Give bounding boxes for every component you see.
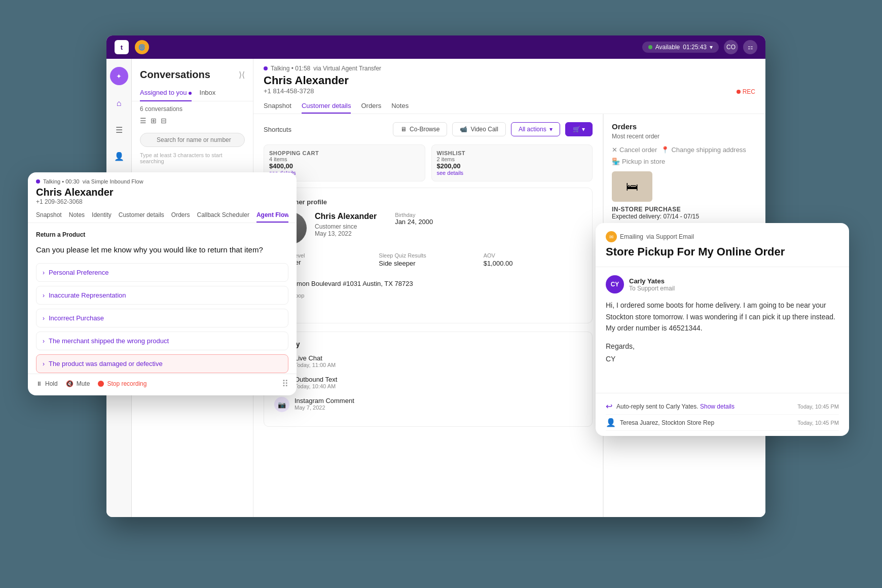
email-act-time-1: Today, 10:45 PM [797,403,839,410]
activity-card: Activity 💬 Live Chat Today, 11:00 AM 📱 [264,332,593,427]
customer-since-label: Customer since [315,223,357,230]
af-tab-identity[interactable]: Identity [92,208,112,223]
collapse-icon[interactable]: ⟩⟨ [239,70,245,80]
af-tab-notes[interactable]: Notes [69,208,85,223]
cart-title: SHOPPING CART [269,150,420,156]
af-flow-label: via Simple Inbound Flow [83,178,143,185]
videocall-button[interactable]: 📹 Video Call [452,122,505,136]
af-tab-agent-flows[interactable]: Agent Flows [256,208,288,223]
profile-name: Chris Alexander [315,212,377,221]
stop-recording-button[interactable]: Stop recording [98,380,146,387]
af-talking-dot [36,179,40,183]
conversations-title: Conversations [140,69,210,81]
stop-dot [98,381,104,387]
nav-icon-home[interactable]: ⌂ [111,95,127,112]
orders-subtitle: Most recent order [612,133,757,140]
af-option-label-3: Incorrect Purchase [49,314,104,322]
cart-wishlist: SHOPPING CART 4 items $400,00 see detail… [264,144,593,181]
af-phone: +1 209-362-3068 [36,198,288,205]
cobrowse-button[interactable]: 🖥 Co-Browse [393,122,447,136]
details-left: Shortcuts 🖥 Co-Browse 📹 Video Call [253,114,603,517]
grid-icon[interactable]: ⚏ [743,40,757,54]
profile-grid: Loyalty level 🏆 Silver Sleep Quiz Result… [274,252,582,268]
user-icon[interactable]: CO [724,40,738,54]
address-section: Address 2121 Simon Boulevard #1031 Austi… [274,274,582,287]
activity-item-2: 📱 Outbound Text Today, 10:40 AM [274,376,582,391]
tab-customer-details[interactable]: Customer details [302,99,351,114]
mute-icon: 🔇 [66,380,74,387]
activity-name-3: Instagram Comment [295,397,582,405]
profile-section-title: Customer profile [274,198,582,206]
cart-button[interactable]: 🛒 ▾ [565,122,593,136]
activity-info-3: Instagram Comment May 7, 2022 [295,397,582,411]
email-regards: Regards, CY [606,340,839,365]
activity-name-2: Outbound Text [295,376,582,383]
show-details-link[interactable]: Show details [700,403,734,410]
af-option-4[interactable]: › The merchant shipped the wrong product [36,332,288,350]
email-from-info: Carly Yates To Support email [629,277,675,292]
tab-orders[interactable]: Orders [361,99,381,114]
filter-icon[interactable]: ⊟ [161,117,167,125]
af-tab-customer-details[interactable]: Customer details [119,208,164,223]
sleep-quiz-label: Sleep Quiz Results [379,252,477,259]
nav-icon-list[interactable]: ☰ [111,122,127,138]
email-act-text-1: Auto-reply sent to Carly Yates. Show det… [616,403,793,410]
af-option-label-4: The merchant shipped the wrong product [49,337,169,345]
tab-inbox[interactable]: Inbox [200,85,216,101]
af-option-label-1: Personal Preference [49,269,109,276]
chevron-icon-4: › [43,338,45,345]
af-tab-callback[interactable]: Callback Scheduler [197,208,249,223]
activity-title: Activity [274,340,582,348]
aov-label: AOV [484,252,582,259]
hold-button[interactable]: ⏸ Hold [36,380,58,387]
email-subject: Store Pickup For My Online Order [606,245,839,259]
grid-view-icon[interactable]: ⊞ [151,117,157,125]
chevron-icon-5: › [43,360,45,368]
af-option-3[interactable]: › Incorrect Purchase [36,309,288,327]
delivery-label: Expected delivery: 07/14 - 07/15 [612,213,757,220]
chevron-down-icon: ▾ [549,126,553,133]
search-input[interactable] [140,133,245,147]
customer-since-value: May 13, 2022 [315,230,352,237]
cart-price: $400,00 [269,162,420,170]
mute-button[interactable]: 🔇 Mute [66,380,90,387]
pickup-store-button[interactable]: 🏪 Pickup in store [612,158,665,165]
email-body: CY Carly Yates To Support email Hi, I or… [596,267,849,393]
order-actions: ✕ Cancel order 📍 Change shipping address… [612,146,757,165]
af-tab-snapshot[interactable]: Snapshot [36,208,62,223]
tab-assigned[interactable]: Assigned to you [140,85,192,101]
list-view-icon[interactable]: ☰ [140,117,146,125]
activity-name-1: Live Chat [295,354,582,362]
af-option-1[interactable]: › Personal Preference [36,263,288,282]
email-from: CY Carly Yates To Support email [606,275,839,293]
af-tab-orders[interactable]: Orders [171,208,190,223]
top-bar-right: Available 01:25:43 ▾ CO ⚏ [642,40,757,54]
talking-dot [264,66,268,70]
nav-icon-contact[interactable]: 👤 [111,148,127,164]
nav-logo-avatar[interactable]: ✦ [110,67,128,85]
email-window: ✉ Emailing via Support Email Store Picku… [596,223,849,436]
keypad-icon[interactable]: ⠿ [282,378,288,389]
customer-profile-card: Customer profile 👤 Chris Alexander Custo… [264,188,593,323]
wishlist-title: WISHLIST [437,150,587,156]
conv-search-area: 🔍 [132,129,253,151]
chevron-icon-1: › [43,269,45,276]
af-option-2[interactable]: › Inaccurate Representation [36,286,288,305]
sleep-quiz-field: Sleep Quiz Results Side sleeper [379,252,477,268]
all-actions-button[interactable]: All actions ▾ [511,122,560,136]
contact-name: Chris Alexander [264,74,755,87]
af-option-5[interactable]: › The product was damaged or defective [36,354,288,373]
address-value: 2121 Simon Boulevard #1031 Austin, TX 78… [274,280,582,287]
order-image: 🛏 [612,171,652,202]
dropdown-chevron[interactable]: ▾ [710,44,713,51]
tab-snapshot[interactable]: Snapshot [264,99,291,114]
contact-pop-label: Contact pop [274,292,582,299]
change-shipping-button[interactable]: 📍 Change shipping address [661,146,746,154]
wishlist-link[interactable]: see details [437,170,587,176]
cancel-icon: ✕ [612,146,617,154]
address-label: Address [274,274,582,280]
cancel-order-button[interactable]: ✕ Cancel order [612,146,657,154]
available-badge[interactable]: Available 01:25:43 ▾ [642,42,719,53]
sender-avatar: CY [606,275,624,293]
tab-notes[interactable]: Notes [391,99,409,114]
